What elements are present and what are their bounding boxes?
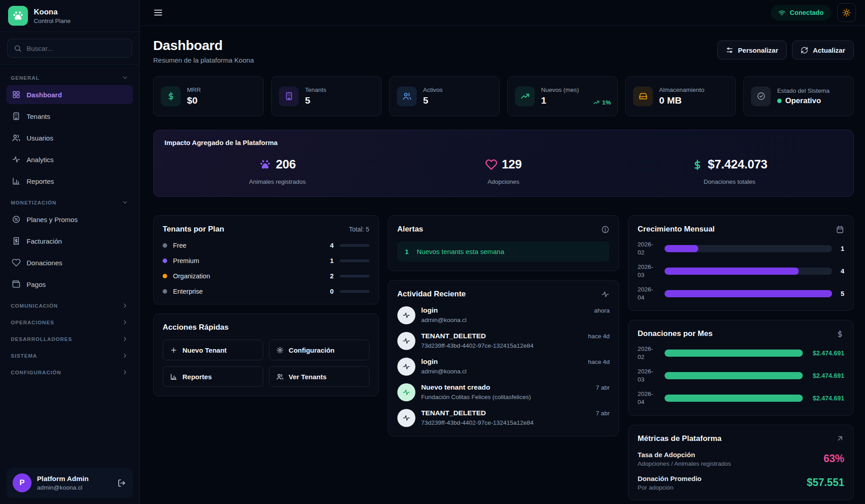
activity-subtitle: admin@koona.cl (421, 317, 467, 323)
activity-time: hace 4d (588, 332, 610, 340)
donation-bar (665, 350, 803, 357)
arrow-up-right-icon (836, 434, 844, 443)
sidebar-item-analytics[interactable]: Analytics (6, 150, 133, 169)
donation-row: 2026-04 $2.474.691 (637, 390, 844, 406)
receipt-icon (12, 236, 21, 245)
trending-up-icon (515, 86, 535, 106)
monthly-donations-panel: Donaciones por Mes 2026-02 $2.474.691 20… (628, 320, 854, 415)
donation-row: 2026-02 $2.474.691 (637, 345, 844, 361)
sidebar-item-dashboard[interactable]: Dashboard (6, 85, 133, 104)
trending-up-icon (593, 99, 600, 106)
stat-label: Activos (423, 86, 443, 93)
sidebar-item-pagos[interactable]: Pagos (6, 275, 133, 294)
nav-section-configuracion[interactable]: CONFIGURACIÓN (6, 363, 133, 380)
growth-bar (665, 268, 832, 275)
search-icon (14, 44, 22, 53)
donation-value: $2.474.691 (809, 350, 844, 357)
sidebar-item-label: Analytics (27, 156, 54, 163)
growth-bar (665, 290, 832, 297)
dollar-icon (836, 330, 844, 338)
plan-dot (163, 274, 167, 278)
plan-row-enterprise: Enterprise 0 (163, 288, 369, 295)
sidebar-item-label: Tenants (27, 113, 50, 120)
impact-value: 206 (276, 158, 296, 172)
activity-title: login (421, 306, 467, 314)
sidebar-item-planes[interactable]: Planes y Promos (6, 210, 133, 229)
growth-row: 2026-03 4 (637, 263, 844, 279)
plan-count: 0 (330, 288, 334, 295)
sliders-icon (726, 46, 733, 54)
page-subtitle: Resumen de la plataforma Koona (153, 56, 254, 64)
hamburger-button[interactable] (153, 8, 163, 18)
search-input[interactable] (27, 45, 126, 52)
panel-title: Acciones Rápidas (163, 323, 369, 332)
calendar-icon (836, 225, 844, 234)
nav-section-monetizacion[interactable]: MONETIZACIÓN (6, 193, 133, 210)
panel-title: Métricas de Plataforma (637, 434, 721, 443)
bar-chart-icon (170, 373, 178, 381)
dollar-icon (161, 86, 181, 106)
activity-subtitle: 73d239ff-43bd-4402-97ce-132415a12e84 (421, 342, 534, 349)
sidebar-item-reportes[interactable]: Reportes (6, 172, 133, 191)
koona-logo (8, 6, 28, 26)
sidebar-item-label: Donaciones (27, 259, 62, 267)
chevron-right-icon (122, 319, 128, 326)
nav-section-label: MONETIZACIÓN (11, 200, 56, 205)
user-card: P Platform Admin admin@koona.cl (6, 468, 133, 498)
nav-section-desarrolladores[interactable]: DESARROLLADORES (6, 330, 133, 346)
percent-badge-icon (12, 215, 21, 224)
users-icon (276, 373, 284, 381)
reports-button[interactable]: Reportes (163, 366, 263, 387)
alert-count: 1 (405, 248, 409, 255)
metric-title: Tasa de Adopción (637, 451, 731, 459)
sidebar-item-usuarios[interactable]: Usuarios (6, 128, 133, 147)
search-box[interactable] (7, 39, 132, 58)
stat-value: 0 MB (659, 95, 705, 106)
personalize-label: Personalizar (738, 46, 778, 54)
chevron-right-icon (122, 352, 128, 359)
stat-value: 5 (305, 95, 326, 106)
nav-section-operaciones[interactable]: OPERACIONES (6, 313, 133, 330)
stat-label: MRR (187, 86, 201, 93)
users-icon (12, 133, 21, 142)
activity-icon (601, 290, 610, 299)
stat-card-estado: Estado del Sistema Operativo (743, 76, 854, 116)
personalize-button[interactable]: Personalizar (717, 41, 787, 59)
plan-bar (340, 244, 369, 247)
connection-status-badge: Conectado (771, 5, 831, 21)
nav-section-general[interactable]: GENERAL (6, 68, 133, 85)
metric-row-adoption-rate: Tasa de Adopción Adopciones / Animales r… (637, 451, 844, 467)
activity-item: login admin@koona.cl hace 4d (397, 358, 610, 376)
refresh-button[interactable]: Actualizar (792, 41, 854, 59)
sidebar-item-facturacion[interactable]: Facturación (6, 232, 133, 250)
main-content: Dashboard Resumen de la plataforma Koona… (140, 26, 865, 504)
stat-value: Operativo (785, 96, 821, 105)
theme-toggle-button[interactable] (837, 3, 856, 22)
page-title: Dashboard (153, 38, 254, 53)
view-tenants-button[interactable]: Ver Tenants (269, 366, 369, 387)
configuration-button[interactable]: Configuración (269, 340, 369, 360)
building-icon (279, 86, 299, 106)
growth-label: 2026-04 (637, 286, 659, 301)
new-tenant-button[interactable]: Nuevo Tenant (163, 340, 263, 360)
app-name: Koona (34, 8, 71, 17)
sidebar: Koona Control Plane GENERAL Dashboard (0, 0, 140, 504)
activity-subtitle: admin@koona.cl (421, 368, 467, 375)
activity-title: login (421, 358, 467, 366)
logout-button[interactable] (117, 478, 127, 488)
growth-value: 5 (838, 290, 844, 297)
hard-drive-icon (633, 86, 653, 106)
platform-metrics-panel: Métricas de Plataforma Tasa de Adopción … (628, 425, 854, 500)
nav-section-sistema[interactable]: SISTEMA (6, 346, 133, 363)
sidebar-item-tenants[interactable]: Tenants (6, 107, 133, 126)
nav-section-comunicacion[interactable]: COMUNICACIÓN (6, 296, 133, 313)
tenants-total: Total: 5 (349, 226, 369, 233)
heart-icon (485, 159, 497, 171)
topbar: Conectado (140, 0, 865, 26)
sidebar-item-label: Pagos (27, 281, 46, 288)
stat-value: 5 (423, 95, 443, 106)
activity-title: TENANT_DELETED (421, 332, 534, 340)
recent-activity-panel: Actividad Reciente login admin@koona.cl (388, 280, 619, 436)
donation-label: 2026-02 (637, 345, 659, 361)
sidebar-item-donaciones[interactable]: Donaciones (6, 253, 133, 272)
